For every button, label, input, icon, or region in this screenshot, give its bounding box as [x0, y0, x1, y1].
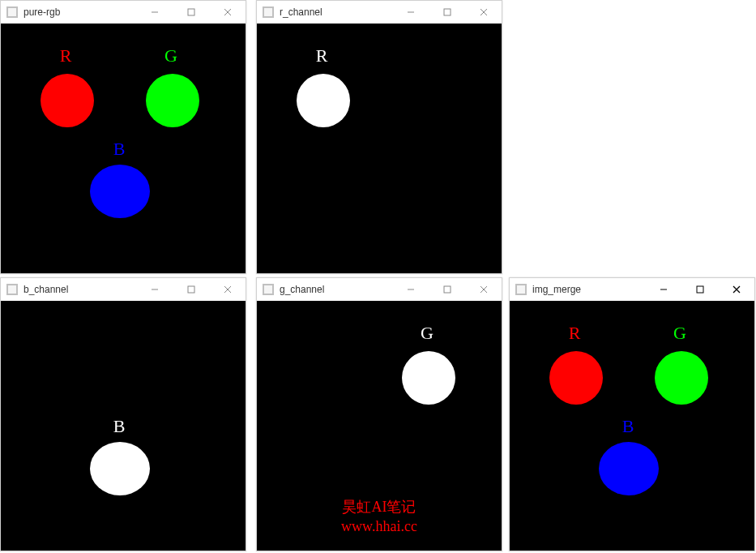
svg-rect-27	[697, 286, 703, 293]
label-r: R	[316, 45, 328, 66]
svg-rect-21	[444, 286, 451, 293]
svg-rect-7	[264, 8, 272, 16]
image-canvas: B	[1, 301, 246, 551]
maximize-button[interactable]	[429, 278, 465, 301]
svg-rect-25	[517, 285, 525, 294]
window-r-channel: r_channel R	[256, 0, 502, 274]
minimize-button[interactable]	[136, 278, 173, 301]
image-canvas: R G B	[510, 301, 754, 551]
close-button[interactable]	[209, 1, 246, 24]
label-b: B	[113, 139, 126, 160]
app-icon	[262, 283, 275, 296]
label-g: G	[673, 323, 686, 344]
titlebar[interactable]: b_channel	[1, 278, 246, 302]
watermark: 昊虹AI笔记 www.hhai.cc	[341, 498, 417, 536]
titlebar[interactable]: r_channel	[257, 1, 502, 24]
minimize-button[interactable]	[645, 278, 681, 301]
label-g: G	[164, 45, 177, 66]
red-circle	[41, 74, 94, 127]
window-title: img_merge	[532, 284, 581, 295]
white-circle	[90, 442, 150, 495]
maximize-button[interactable]	[173, 1, 209, 24]
app-icon	[6, 6, 19, 19]
app-icon	[6, 283, 19, 296]
window-title: pure-rgb	[23, 6, 60, 18]
app-icon	[262, 6, 275, 19]
titlebar[interactable]: img_merge	[510, 278, 754, 302]
green-circle	[655, 351, 708, 405]
window-img-merge: img_merge R G B	[509, 277, 755, 551]
green-circle	[146, 74, 199, 127]
close-button[interactable]	[465, 278, 502, 301]
titlebar[interactable]: g_channel	[257, 278, 502, 302]
red-circle	[549, 351, 603, 405]
white-circle	[402, 351, 455, 405]
label-r: R	[60, 45, 72, 66]
label-r: R	[569, 323, 581, 344]
window-title: r_channel	[280, 6, 322, 18]
svg-rect-13	[8, 285, 16, 294]
svg-rect-3	[188, 9, 194, 15]
label-b: B	[622, 416, 634, 437]
minimize-button[interactable]	[392, 1, 429, 24]
blue-circle	[90, 165, 150, 218]
watermark-line2: www.hhai.cc	[341, 517, 417, 536]
label-b: B	[113, 416, 126, 437]
window-title: b_channel	[23, 284, 68, 295]
image-canvas: R	[257, 24, 502, 273]
window-b-channel: b_channel B	[0, 277, 246, 551]
minimize-button[interactable]	[392, 278, 429, 301]
svg-rect-15	[188, 286, 194, 293]
titlebar[interactable]: pure-rgb	[1, 1, 246, 24]
watermark-line1: 昊虹AI笔记	[341, 498, 417, 517]
image-canvas: G 昊虹AI笔记 www.hhai.cc	[257, 301, 502, 551]
app-icon	[515, 283, 527, 296]
svg-rect-9	[444, 9, 451, 15]
close-button[interactable]	[718, 278, 754, 301]
close-button[interactable]	[465, 1, 502, 24]
maximize-button[interactable]	[173, 278, 209, 301]
label-g: G	[421, 323, 434, 344]
image-canvas: R G B	[1, 24, 246, 273]
svg-rect-19	[264, 285, 272, 294]
window-title: g_channel	[280, 284, 324, 295]
svg-rect-1	[8, 8, 16, 16]
minimize-button[interactable]	[136, 1, 173, 24]
close-button[interactable]	[209, 278, 246, 301]
blue-circle	[599, 442, 659, 495]
window-g-channel: g_channel G 昊虹AI笔记 www.hhai.cc	[256, 277, 502, 551]
maximize-button[interactable]	[681, 278, 718, 301]
window-pure-rgb: pure-rgb R G B	[0, 0, 246, 274]
white-circle	[297, 74, 350, 127]
maximize-button[interactable]	[429, 1, 465, 24]
